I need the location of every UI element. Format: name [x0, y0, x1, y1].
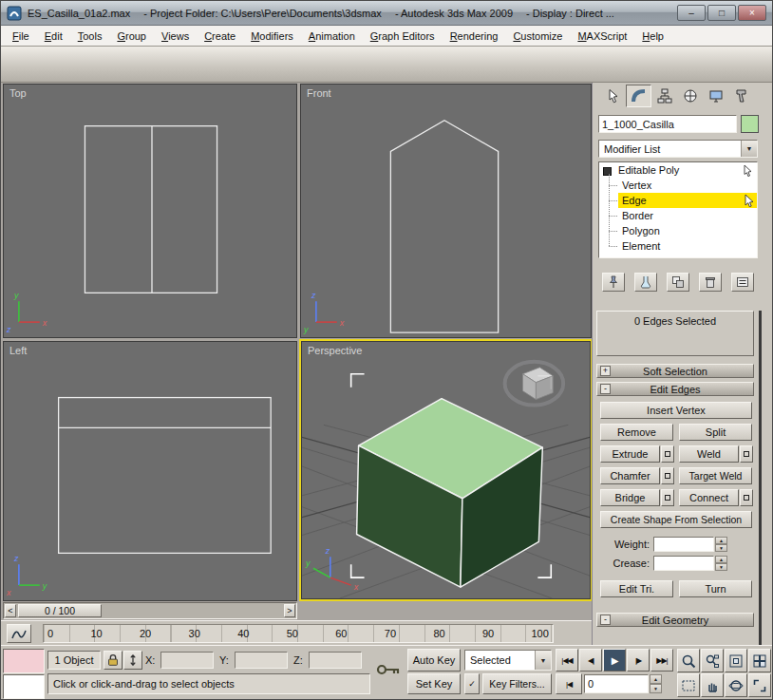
tab-utilities[interactable] — [728, 85, 754, 107]
turn-button[interactable]: Turn — [679, 580, 752, 597]
rollout-edit-geometry[interactable]: - Edit Geometry — [596, 613, 754, 627]
spinner-up-icon[interactable]: ▲ — [715, 537, 727, 544]
time-slider-next-button[interactable]: > — [284, 604, 295, 617]
menu-maxscript[interactable]: MAXScript — [570, 28, 634, 45]
remove-modifier-button[interactable] — [699, 273, 722, 292]
play-button[interactable]: ▶ — [603, 649, 626, 672]
minimize-button[interactable]: – — [677, 5, 706, 21]
title-bar[interactable]: ES_Casilla_01a2.max - Project Folder: C:… — [1, 1, 772, 26]
zoom-extents-button[interactable] — [725, 649, 747, 672]
maximize-button[interactable]: □ — [707, 5, 736, 21]
rollout-collapse-sign[interactable]: - — [600, 615, 611, 625]
rollout-soft-selection[interactable]: + Soft Selection — [596, 364, 754, 378]
selection-lock-toggle[interactable] — [104, 651, 123, 670]
open-mini-curve-editor-button[interactable] — [7, 624, 31, 643]
menu-create[interactable]: Create — [197, 28, 243, 45]
keyboard-shortcut-override-toggle[interactable] — [373, 657, 404, 682]
bridge-settings-button[interactable] — [661, 489, 674, 506]
pin-stack-button[interactable] — [602, 273, 625, 292]
stack-item-editable-poly[interactable]: Editable Poly — [599, 162, 757, 178]
crease-field[interactable] — [653, 556, 714, 571]
set-key-button[interactable]: Set Key — [407, 673, 461, 694]
key-filters-button[interactable]: Key Filters... — [482, 673, 552, 694]
viewport-perspective-label[interactable]: Perspective — [308, 345, 362, 356]
menu-file[interactable]: File — [5, 28, 37, 45]
crease-spinner[interactable]: ▲ ▼ — [715, 556, 727, 571]
insert-vertex-button[interactable]: Insert Vertex — [600, 402, 752, 419]
rollout-edit-edges[interactable]: - Edit Edges — [596, 382, 754, 396]
y-coordinate-field[interactable] — [235, 652, 288, 669]
zoom-region-button[interactable] — [677, 673, 700, 697]
frame-ruler[interactable]: 0 10 20 30 40 50 60 70 80 90 100 — [43, 624, 554, 643]
menu-views[interactable]: Views — [154, 28, 197, 45]
frame-spinner[interactable]: ▲ ▼ — [650, 674, 662, 693]
panel-scrollbar[interactable] — [759, 311, 762, 700]
tab-motion[interactable] — [677, 85, 703, 107]
viewport-left-label[interactable]: Left — [9, 345, 27, 356]
close-button[interactable]: × — [738, 5, 766, 21]
rollout-expand-sign[interactable]: + — [600, 366, 611, 376]
x-coordinate-field[interactable] — [160, 652, 214, 669]
viewport-front-label[interactable]: Front — [307, 87, 331, 99]
next-frame-button[interactable]: |▶ — [627, 649, 650, 672]
new-key-default-toggle[interactable]: ✓ — [464, 673, 480, 694]
maximize-viewport-toggle[interactable] — [748, 673, 771, 697]
absolute-offset-mode-toggle[interactable] — [123, 651, 142, 670]
object-color-swatch[interactable] — [741, 115, 759, 133]
viewport-top[interactable]: Top y x z — [3, 84, 297, 338]
split-button[interactable]: Split — [679, 424, 752, 441]
viewport-perspective[interactable]: Perspective — [301, 341, 591, 599]
pan-button[interactable] — [701, 673, 724, 697]
viewport-top-label[interactable]: Top — [9, 87, 27, 99]
show-end-result-button[interactable] — [634, 273, 657, 292]
zoom-extents-all-button[interactable] — [748, 649, 771, 672]
edit-tri-button[interactable]: Edit Tri. — [600, 580, 673, 597]
maxscript-mini-listener-white[interactable] — [3, 674, 45, 699]
configure-modifier-sets-button[interactable] — [731, 273, 754, 292]
current-frame-field[interactable] — [584, 674, 649, 693]
rollout-collapse-sign[interactable]: - — [600, 384, 611, 394]
menu-group[interactable]: Group — [109, 28, 154, 45]
spinner-down-icon[interactable]: ▼ — [650, 684, 662, 693]
menu-edit[interactable]: Edit — [37, 28, 70, 45]
time-slider-prev-button[interactable]: < — [5, 604, 16, 617]
extrude-settings-button[interactable] — [661, 445, 674, 463]
time-slider-handle[interactable]: 0 / 100 — [18, 604, 102, 617]
chevron-down-icon[interactable]: ▼ — [741, 141, 757, 157]
tab-modify[interactable] — [626, 85, 651, 107]
modifier-stack[interactable]: Editable Poly Vertex Edge Border Polygon — [598, 161, 758, 258]
menu-graph-editors[interactable]: Graph Editors — [363, 28, 443, 45]
menu-customize[interactable]: Customize — [505, 28, 570, 45]
selection-set-dropdown[interactable]: Selected ▼ — [464, 650, 552, 671]
auto-key-button[interactable]: Auto Key — [407, 649, 461, 672]
spinner-up-icon[interactable]: ▲ — [715, 556, 727, 563]
viewport-front[interactable]: Front z x y — [300, 84, 592, 338]
menu-rendering[interactable]: Rendering — [443, 28, 506, 45]
weld-button[interactable]: Weld — [679, 445, 739, 463]
menu-help[interactable]: Help — [634, 28, 671, 45]
spinner-down-icon[interactable]: ▼ — [715, 563, 727, 571]
previous-frame-button[interactable]: ◀| — [579, 649, 602, 672]
chamfer-settings-button[interactable] — [661, 467, 674, 484]
weld-settings-button[interactable] — [740, 445, 753, 463]
z-coordinate-field[interactable] — [309, 652, 362, 669]
bridge-button[interactable]: Bridge — [600, 489, 660, 506]
spinner-up-icon[interactable]: ▲ — [650, 674, 662, 684]
extrude-button[interactable]: Extrude — [600, 445, 660, 463]
chevron-down-icon[interactable]: ▼ — [535, 651, 551, 670]
subobject-edge-selected[interactable]: Edge — [618, 193, 757, 208]
maxscript-mini-listener-pink[interactable] — [3, 649, 45, 673]
go-to-end-button[interactable]: ▶▶| — [650, 649, 673, 672]
subobject-border[interactable]: Border — [618, 208, 757, 223]
target-weld-button[interactable]: Target Weld — [679, 467, 752, 484]
subobject-element[interactable]: Element — [618, 238, 757, 254]
key-mode-toggle[interactable]: |◀ — [556, 673, 582, 694]
go-to-start-button[interactable]: |◀◀ — [556, 649, 578, 672]
weight-spinner[interactable]: ▲ ▼ — [715, 537, 727, 552]
create-shape-from-selection-button[interactable]: Create Shape From Selection — [600, 511, 752, 528]
subobject-polygon[interactable]: Polygon — [618, 223, 757, 238]
spinner-down-icon[interactable]: ▼ — [715, 544, 727, 552]
menu-tools[interactable]: Tools — [70, 28, 110, 45]
tab-create[interactable] — [600, 85, 626, 107]
zoom-button[interactable] — [677, 649, 700, 672]
